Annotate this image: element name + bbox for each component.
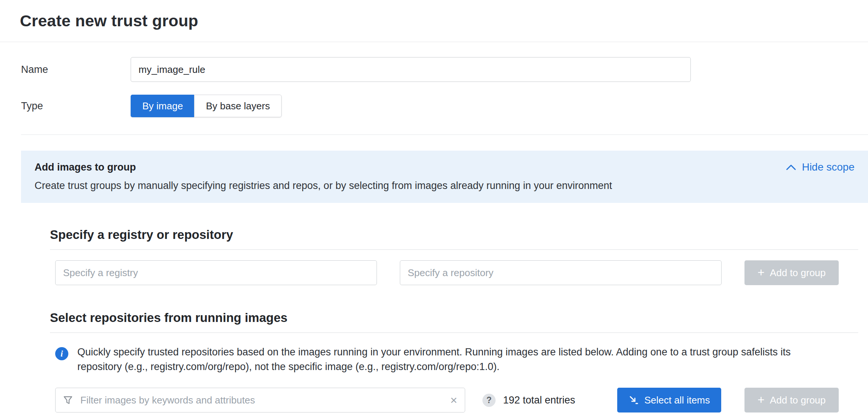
type-segmented-control: By image By base layers [131, 95, 282, 117]
help-icon[interactable]: ? [482, 394, 496, 407]
plus-icon: + [758, 266, 765, 278]
scope-card: Add images to group Hide scope Create tr… [21, 151, 868, 412]
running-images-info: i Quickly specify trusted repositories b… [55, 345, 868, 374]
plus-icon: + [758, 394, 765, 406]
type-label: Type [21, 100, 131, 112]
hide-scope-label: Hide scope [802, 161, 854, 173]
page-title: Create new trust group [20, 12, 198, 30]
type-option-by-base-layers[interactable]: By base layers [194, 95, 282, 117]
scope-description: Create trust groups by manually specifyi… [35, 180, 854, 192]
scope-body: Specify a registry or repository + Add t… [21, 203, 868, 412]
filter-input[interactable] [80, 394, 443, 406]
clear-filter-icon[interactable]: × [450, 394, 457, 406]
hide-scope-link[interactable]: Hide scope [786, 161, 854, 173]
registry-section-heading: Specify a registry or repository [50, 228, 858, 250]
name-row: Name [21, 57, 868, 82]
filter-icon [63, 395, 73, 405]
running-add-to-group-label: Add to group [770, 394, 826, 406]
type-row: Type By image By base layers [21, 95, 868, 117]
registry-inputs-row: + Add to group [55, 260, 868, 285]
name-input[interactable] [131, 57, 691, 82]
select-all-icon [628, 395, 639, 405]
registry-add-to-group-button[interactable]: + Add to group [744, 260, 839, 285]
running-images-section-heading: Select repositories from running images [50, 311, 858, 333]
running-images-info-text: Quickly specify trusted repositories bas… [77, 345, 832, 374]
filter-row: × ? 192 total entries Select all items +… [55, 388, 839, 412]
filter-box: × [55, 388, 465, 412]
repository-input[interactable] [400, 260, 722, 285]
running-add-to-group-button[interactable]: + Add to group [744, 388, 839, 412]
select-all-items-label: Select all items [644, 394, 710, 406]
section-divider [21, 134, 868, 135]
type-option-by-image[interactable]: By image [131, 95, 194, 117]
registry-add-to-group-label: Add to group [770, 267, 826, 279]
chevron-up-icon [786, 164, 796, 170]
total-entries-count: 192 total entries [503, 394, 575, 406]
scope-header: Add images to group Hide scope Create tr… [21, 151, 868, 203]
select-all-items-button[interactable]: Select all items [617, 388, 721, 412]
info-icon: i [55, 347, 68, 360]
trust-group-form: Name Type By image By base layers [0, 42, 868, 117]
name-label: Name [21, 64, 131, 76]
registry-input[interactable] [55, 260, 377, 285]
page-header: Create new trust group [0, 0, 868, 42]
scope-title: Add images to group [35, 162, 136, 173]
